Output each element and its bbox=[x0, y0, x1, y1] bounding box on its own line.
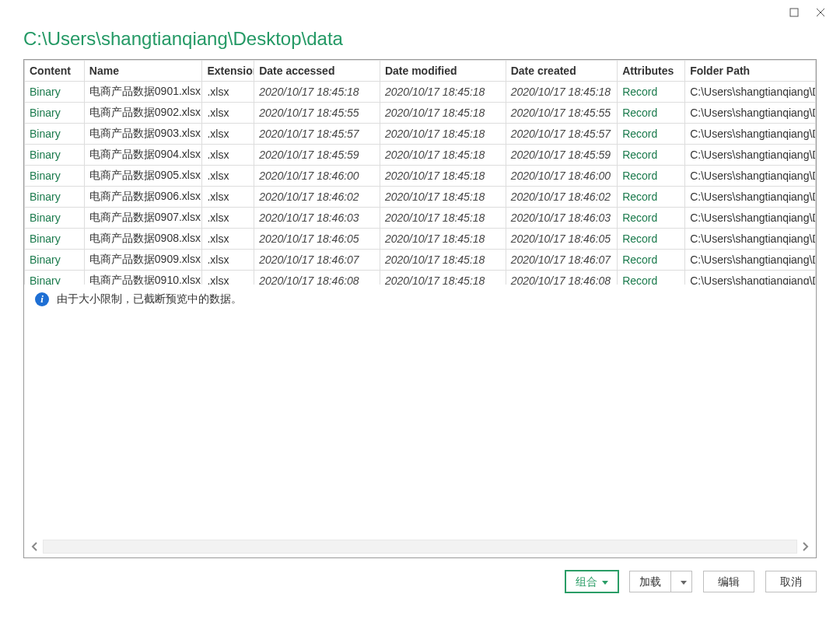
table-row[interactable]: Binary电商产品数据0901.xlsx.xlsx2020/10/17 18:… bbox=[25, 82, 816, 103]
cell-name[interactable]: 电商产品数据0908.xlsx bbox=[84, 229, 202, 250]
cell-name[interactable]: 电商产品数据0910.xlsx bbox=[84, 271, 202, 285]
cell-created[interactable]: 2020/10/17 18:46:07 bbox=[506, 250, 618, 271]
scroll-right-button[interactable] bbox=[797, 539, 813, 554]
cell-attributes[interactable]: Record bbox=[618, 124, 685, 145]
cell-accessed[interactable]: 2020/10/17 18:46:05 bbox=[254, 229, 380, 250]
cell-created[interactable]: 2020/10/17 18:45:59 bbox=[506, 145, 618, 166]
cell-folderpath[interactable]: C:\Users\shangtianqiang\D bbox=[685, 229, 816, 250]
cell-extension[interactable]: .xlsx bbox=[202, 229, 254, 250]
cell-name[interactable]: 电商产品数据0904.xlsx bbox=[84, 145, 202, 166]
cell-name[interactable]: 电商产品数据0902.xlsx bbox=[84, 103, 202, 124]
cell-extension[interactable]: .xlsx bbox=[202, 187, 254, 208]
cancel-button[interactable]: 取消 bbox=[765, 571, 817, 592]
cell-extension[interactable]: .xlsx bbox=[202, 145, 254, 166]
window-maximize-button[interactable] bbox=[781, 2, 807, 23]
cell-extension[interactable]: .xlsx bbox=[202, 250, 254, 271]
col-header-attributes[interactable]: Attributes bbox=[618, 61, 685, 82]
cell-folderpath[interactable]: C:\Users\shangtianqiang\D bbox=[685, 187, 816, 208]
cell-extension[interactable]: .xlsx bbox=[202, 271, 254, 285]
col-header-folderpath[interactable]: Folder Path bbox=[685, 61, 816, 82]
table-row[interactable]: Binary电商产品数据0904.xlsx.xlsx2020/10/17 18:… bbox=[25, 145, 816, 166]
cell-content[interactable]: Binary bbox=[25, 250, 85, 271]
table-row[interactable]: Binary电商产品数据0903.xlsx.xlsx2020/10/17 18:… bbox=[25, 124, 816, 145]
cell-accessed[interactable]: 2020/10/17 18:45:59 bbox=[254, 145, 380, 166]
cell-extension[interactable]: .xlsx bbox=[202, 103, 254, 124]
cell-attributes[interactable]: Record bbox=[618, 271, 685, 285]
cell-name[interactable]: 电商产品数据0901.xlsx bbox=[84, 82, 202, 103]
cell-folderpath[interactable]: C:\Users\shangtianqiang\D bbox=[685, 145, 816, 166]
cell-folderpath[interactable]: C:\Users\shangtianqiang\D bbox=[685, 250, 816, 271]
cell-content[interactable]: Binary bbox=[25, 208, 85, 229]
cell-content[interactable]: Binary bbox=[25, 103, 85, 124]
table-row[interactable]: Binary电商产品数据0909.xlsx.xlsx2020/10/17 18:… bbox=[25, 250, 816, 271]
col-header-content[interactable]: Content bbox=[25, 61, 85, 82]
cell-attributes[interactable]: Record bbox=[618, 82, 685, 103]
cell-created[interactable]: 2020/10/17 18:46:02 bbox=[506, 187, 618, 208]
cell-name[interactable]: 电商产品数据0906.xlsx bbox=[84, 187, 202, 208]
cell-attributes[interactable]: Record bbox=[618, 103, 685, 124]
load-dropdown-button[interactable] bbox=[671, 571, 692, 592]
cell-folderpath[interactable]: C:\Users\shangtianqiang\D bbox=[685, 208, 816, 229]
cell-created[interactable]: 2020/10/17 18:46:08 bbox=[506, 271, 618, 285]
table-row[interactable]: Binary电商产品数据0907.xlsx.xlsx2020/10/17 18:… bbox=[25, 208, 816, 229]
table-row[interactable]: Binary电商产品数据0906.xlsx.xlsx2020/10/17 18:… bbox=[25, 187, 816, 208]
cell-folderpath[interactable]: C:\Users\shangtianqiang\D bbox=[685, 271, 816, 285]
cell-modified[interactable]: 2020/10/17 18:45:18 bbox=[380, 166, 506, 187]
cell-content[interactable]: Binary bbox=[25, 229, 85, 250]
cell-modified[interactable]: 2020/10/17 18:45:18 bbox=[380, 229, 506, 250]
cell-name[interactable]: 电商产品数据0909.xlsx bbox=[84, 250, 202, 271]
col-header-extension[interactable]: Extension bbox=[202, 61, 254, 82]
col-header-created[interactable]: Date created bbox=[506, 61, 618, 82]
cell-folderpath[interactable]: C:\Users\shangtianqiang\D bbox=[685, 166, 816, 187]
data-grid[interactable]: Content Name Extension Date accessed Dat… bbox=[24, 60, 816, 285]
cell-modified[interactable]: 2020/10/17 18:45:18 bbox=[380, 250, 506, 271]
cell-accessed[interactable]: 2020/10/17 18:46:08 bbox=[254, 271, 380, 285]
cell-modified[interactable]: 2020/10/17 18:45:18 bbox=[380, 271, 506, 285]
col-header-modified[interactable]: Date modified bbox=[380, 61, 506, 82]
cell-attributes[interactable]: Record bbox=[618, 250, 685, 271]
horizontal-scrollbar[interactable] bbox=[27, 539, 813, 554]
cell-name[interactable]: 电商产品数据0903.xlsx bbox=[84, 124, 202, 145]
cell-attributes[interactable]: Record bbox=[618, 166, 685, 187]
cell-attributes[interactable]: Record bbox=[618, 145, 685, 166]
cell-attributes[interactable]: Record bbox=[618, 208, 685, 229]
table-row[interactable]: Binary电商产品数据0902.xlsx.xlsx2020/10/17 18:… bbox=[25, 103, 816, 124]
cell-attributes[interactable]: Record bbox=[618, 229, 685, 250]
cell-content[interactable]: Binary bbox=[25, 124, 85, 145]
cell-modified[interactable]: 2020/10/17 18:45:18 bbox=[380, 103, 506, 124]
col-header-accessed[interactable]: Date accessed bbox=[254, 61, 380, 82]
cell-extension[interactable]: .xlsx bbox=[202, 82, 254, 103]
cell-created[interactable]: 2020/10/17 18:45:55 bbox=[506, 103, 618, 124]
cell-folderpath[interactable]: C:\Users\shangtianqiang\D bbox=[685, 82, 816, 103]
cell-name[interactable]: 电商产品数据0905.xlsx bbox=[84, 166, 202, 187]
cell-accessed[interactable]: 2020/10/17 18:45:55 bbox=[254, 103, 380, 124]
cell-created[interactable]: 2020/10/17 18:45:18 bbox=[506, 82, 618, 103]
cell-accessed[interactable]: 2020/10/17 18:46:03 bbox=[254, 208, 380, 229]
cell-accessed[interactable]: 2020/10/17 18:45:18 bbox=[254, 82, 380, 103]
cell-extension[interactable]: .xlsx bbox=[202, 166, 254, 187]
cell-modified[interactable]: 2020/10/17 18:45:18 bbox=[380, 145, 506, 166]
cell-modified[interactable]: 2020/10/17 18:45:18 bbox=[380, 82, 506, 103]
combine-button[interactable]: 组合 bbox=[565, 571, 618, 592]
cell-created[interactable]: 2020/10/17 18:45:57 bbox=[506, 124, 618, 145]
table-row[interactable]: Binary电商产品数据0905.xlsx.xlsx2020/10/17 18:… bbox=[25, 166, 816, 187]
cell-modified[interactable]: 2020/10/17 18:45:18 bbox=[380, 208, 506, 229]
cell-content[interactable]: Binary bbox=[25, 187, 85, 208]
scroll-left-button[interactable] bbox=[27, 539, 43, 554]
cell-extension[interactable]: .xlsx bbox=[202, 208, 254, 229]
cell-folderpath[interactable]: C:\Users\shangtianqiang\D bbox=[685, 103, 816, 124]
cell-accessed[interactable]: 2020/10/17 18:46:07 bbox=[254, 250, 380, 271]
cell-extension[interactable]: .xlsx bbox=[202, 124, 254, 145]
scroll-track[interactable] bbox=[43, 540, 797, 554]
cell-created[interactable]: 2020/10/17 18:46:03 bbox=[506, 208, 618, 229]
cell-created[interactable]: 2020/10/17 18:46:00 bbox=[506, 166, 618, 187]
cell-modified[interactable]: 2020/10/17 18:45:18 bbox=[380, 187, 506, 208]
window-close-button[interactable] bbox=[807, 2, 834, 23]
col-header-name[interactable]: Name bbox=[84, 61, 202, 82]
load-button[interactable]: 加载 bbox=[629, 571, 671, 592]
cell-accessed[interactable]: 2020/10/17 18:46:02 bbox=[254, 187, 380, 208]
table-row[interactable]: Binary电商产品数据0908.xlsx.xlsx2020/10/17 18:… bbox=[25, 229, 816, 250]
cell-modified[interactable]: 2020/10/17 18:45:18 bbox=[380, 124, 506, 145]
cell-content[interactable]: Binary bbox=[25, 82, 85, 103]
cell-accessed[interactable]: 2020/10/17 18:46:00 bbox=[254, 166, 380, 187]
